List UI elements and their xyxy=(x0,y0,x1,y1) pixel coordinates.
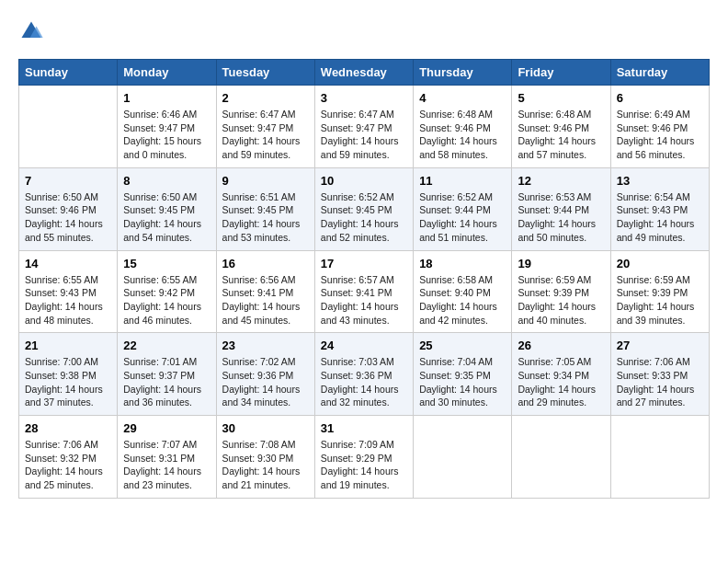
day-cell: 27Sunrise: 7:06 AMSunset: 9:33 PMDayligh… xyxy=(610,333,709,416)
day-info: Sunrise: 6:59 AMSunset: 9:39 PMDaylight:… xyxy=(617,273,703,327)
day-info: Sunrise: 6:48 AMSunset: 9:46 PMDaylight:… xyxy=(419,108,506,162)
day-number: 31 xyxy=(321,421,407,435)
day-number: 4 xyxy=(419,91,506,105)
day-number: 7 xyxy=(25,174,111,188)
header-cell-saturday: Saturday xyxy=(610,60,709,86)
week-row-1: 1Sunrise: 6:46 AMSunset: 9:47 PMDaylight… xyxy=(19,86,710,168)
day-number: 18 xyxy=(419,257,506,270)
day-number: 24 xyxy=(321,339,407,352)
day-cell: 1Sunrise: 6:46 AMSunset: 9:47 PMDaylight… xyxy=(118,86,216,168)
header-cell-sunday: Sunday xyxy=(19,60,118,86)
day-info: Sunrise: 6:55 AMSunset: 9:43 PMDaylight:… xyxy=(25,273,111,327)
day-info: Sunrise: 7:07 AMSunset: 9:31 PMDaylight:… xyxy=(123,438,210,492)
day-info: Sunrise: 7:03 AMSunset: 9:36 PMDaylight:… xyxy=(321,355,407,409)
header-row: SundayMondayTuesdayWednesdayThursdayFrid… xyxy=(19,60,710,86)
day-info: Sunrise: 6:59 AMSunset: 9:39 PMDaylight:… xyxy=(518,273,604,327)
day-info: Sunrise: 6:52 AMSunset: 9:45 PMDaylight:… xyxy=(321,190,407,245)
day-cell: 11Sunrise: 6:52 AMSunset: 9:44 PMDayligh… xyxy=(414,167,512,250)
day-info: Sunrise: 7:06 AMSunset: 9:33 PMDaylight:… xyxy=(617,355,703,409)
day-info: Sunrise: 6:50 AMSunset: 9:46 PMDaylight:… xyxy=(25,190,111,245)
day-cell: 30Sunrise: 7:08 AMSunset: 9:30 PMDayligh… xyxy=(216,416,314,499)
day-cell: 10Sunrise: 6:52 AMSunset: 9:45 PMDayligh… xyxy=(314,167,413,250)
week-row-2: 7Sunrise: 6:50 AMSunset: 9:46 PMDaylight… xyxy=(19,167,710,250)
page-header xyxy=(18,18,710,44)
day-number: 26 xyxy=(518,339,604,352)
day-cell: 20Sunrise: 6:59 AMSunset: 9:39 PMDayligh… xyxy=(610,250,709,333)
day-info: Sunrise: 6:57 AMSunset: 9:41 PMDaylight:… xyxy=(321,273,407,327)
day-number: 25 xyxy=(419,339,506,352)
week-row-4: 21Sunrise: 7:00 AMSunset: 9:38 PMDayligh… xyxy=(19,333,710,416)
day-number: 15 xyxy=(123,257,210,270)
day-cell: 28Sunrise: 7:06 AMSunset: 9:32 PMDayligh… xyxy=(19,416,118,499)
header-cell-friday: Friday xyxy=(512,60,610,86)
day-number: 21 xyxy=(25,339,111,352)
day-number: 17 xyxy=(321,257,407,270)
day-number: 23 xyxy=(222,339,309,352)
day-cell: 7Sunrise: 6:50 AMSunset: 9:46 PMDaylight… xyxy=(19,167,118,250)
day-info: Sunrise: 6:48 AMSunset: 9:46 PMDaylight:… xyxy=(518,108,604,162)
day-info: Sunrise: 7:01 AMSunset: 9:37 PMDaylight:… xyxy=(123,355,210,409)
day-cell: 21Sunrise: 7:00 AMSunset: 9:38 PMDayligh… xyxy=(19,333,118,416)
day-number: 9 xyxy=(222,174,309,188)
day-number: 2 xyxy=(222,91,309,105)
logo-icon xyxy=(18,18,44,44)
day-info: Sunrise: 6:53 AMSunset: 9:44 PMDaylight:… xyxy=(518,190,604,245)
day-info: Sunrise: 6:46 AMSunset: 9:47 PMDaylight:… xyxy=(123,108,210,162)
day-cell: 16Sunrise: 6:56 AMSunset: 9:41 PMDayligh… xyxy=(216,250,314,333)
day-cell: 13Sunrise: 6:54 AMSunset: 9:43 PMDayligh… xyxy=(610,167,709,250)
day-info: Sunrise: 7:00 AMSunset: 9:38 PMDaylight:… xyxy=(25,355,111,409)
day-info: Sunrise: 7:08 AMSunset: 9:30 PMDaylight:… xyxy=(222,438,309,492)
day-cell: 24Sunrise: 7:03 AMSunset: 9:36 PMDayligh… xyxy=(314,333,413,416)
day-number: 6 xyxy=(617,91,703,105)
day-number: 30 xyxy=(222,421,309,435)
day-cell: 3Sunrise: 6:47 AMSunset: 9:47 PMDaylight… xyxy=(314,86,413,168)
calendar-table: SundayMondayTuesdayWednesdayThursdayFrid… xyxy=(18,59,710,499)
day-info: Sunrise: 6:47 AMSunset: 9:47 PMDaylight:… xyxy=(321,108,407,162)
day-number: 5 xyxy=(518,91,604,105)
day-number: 3 xyxy=(321,91,407,105)
day-cell: 4Sunrise: 6:48 AMSunset: 9:46 PMDaylight… xyxy=(414,86,512,168)
week-row-3: 14Sunrise: 6:55 AMSunset: 9:43 PMDayligh… xyxy=(19,250,710,333)
day-cell: 18Sunrise: 6:58 AMSunset: 9:40 PMDayligh… xyxy=(414,250,512,333)
header-cell-tuesday: Tuesday xyxy=(216,60,314,86)
day-cell: 17Sunrise: 6:57 AMSunset: 9:41 PMDayligh… xyxy=(314,250,413,333)
day-info: Sunrise: 6:56 AMSunset: 9:41 PMDaylight:… xyxy=(222,273,309,327)
day-info: Sunrise: 6:47 AMSunset: 9:47 PMDaylight:… xyxy=(222,108,309,162)
day-info: Sunrise: 6:51 AMSunset: 9:45 PMDaylight:… xyxy=(222,190,309,245)
day-cell: 19Sunrise: 6:59 AMSunset: 9:39 PMDayligh… xyxy=(512,250,610,333)
day-number: 16 xyxy=(222,257,309,270)
header-cell-thursday: Thursday xyxy=(414,60,512,86)
week-row-5: 28Sunrise: 7:06 AMSunset: 9:32 PMDayligh… xyxy=(19,416,710,499)
header-cell-monday: Monday xyxy=(118,60,216,86)
day-number: 20 xyxy=(617,257,703,270)
day-number: 22 xyxy=(123,339,210,352)
day-cell: 12Sunrise: 6:53 AMSunset: 9:44 PMDayligh… xyxy=(512,167,610,250)
day-number: 28 xyxy=(25,421,111,435)
header-cell-wednesday: Wednesday xyxy=(314,60,413,86)
day-number: 29 xyxy=(123,421,210,435)
day-cell: 2Sunrise: 6:47 AMSunset: 9:47 PMDaylight… xyxy=(216,86,314,168)
day-cell: 6Sunrise: 6:49 AMSunset: 9:46 PMDaylight… xyxy=(610,86,709,168)
day-number: 1 xyxy=(123,91,210,105)
day-cell: 9Sunrise: 6:51 AMSunset: 9:45 PMDaylight… xyxy=(216,167,314,250)
day-number: 27 xyxy=(617,339,703,352)
day-cell: 22Sunrise: 7:01 AMSunset: 9:37 PMDayligh… xyxy=(118,333,216,416)
day-cell: 15Sunrise: 6:55 AMSunset: 9:42 PMDayligh… xyxy=(118,250,216,333)
day-number: 13 xyxy=(617,174,703,188)
day-info: Sunrise: 6:55 AMSunset: 9:42 PMDaylight:… xyxy=(123,273,210,327)
day-cell: 26Sunrise: 7:05 AMSunset: 9:34 PMDayligh… xyxy=(512,333,610,416)
day-number: 8 xyxy=(123,174,210,188)
day-cell: 31Sunrise: 7:09 AMSunset: 9:29 PMDayligh… xyxy=(314,416,413,499)
day-cell: 23Sunrise: 7:02 AMSunset: 9:36 PMDayligh… xyxy=(216,333,314,416)
day-cell: 25Sunrise: 7:04 AMSunset: 9:35 PMDayligh… xyxy=(414,333,512,416)
day-info: Sunrise: 7:06 AMSunset: 9:32 PMDaylight:… xyxy=(25,438,111,492)
day-info: Sunrise: 6:54 AMSunset: 9:43 PMDaylight:… xyxy=(617,190,703,245)
day-info: Sunrise: 7:09 AMSunset: 9:29 PMDaylight:… xyxy=(321,438,407,492)
day-cell: 5Sunrise: 6:48 AMSunset: 9:46 PMDaylight… xyxy=(512,86,610,168)
day-info: Sunrise: 7:05 AMSunset: 9:34 PMDaylight:… xyxy=(518,355,604,409)
day-info: Sunrise: 6:52 AMSunset: 9:44 PMDaylight:… xyxy=(419,190,506,245)
day-info: Sunrise: 7:02 AMSunset: 9:36 PMDaylight:… xyxy=(222,355,309,409)
day-number: 11 xyxy=(419,174,506,188)
logo xyxy=(18,18,48,44)
day-info: Sunrise: 6:58 AMSunset: 9:40 PMDaylight:… xyxy=(419,273,506,327)
